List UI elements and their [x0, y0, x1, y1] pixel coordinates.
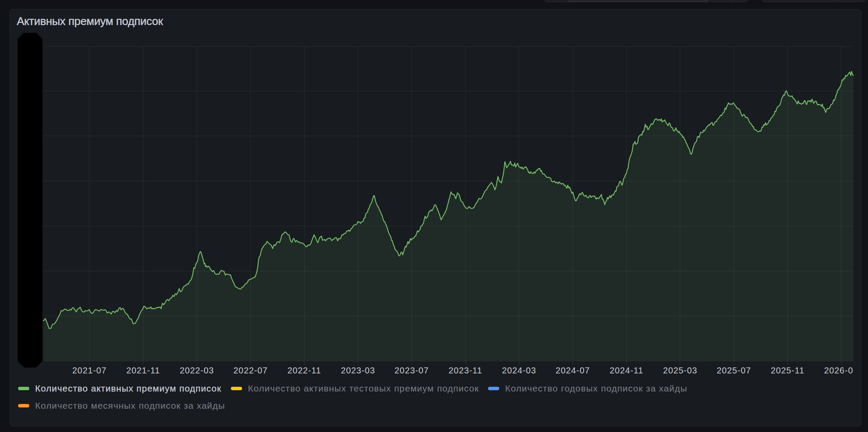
- svg-text:2025-03: 2025-03: [663, 366, 697, 375]
- svg-text:2022-03: 2022-03: [180, 366, 214, 375]
- svg-text:2024-03: 2024-03: [502, 366, 536, 375]
- svg-text:2021-11: 2021-11: [126, 366, 160, 375]
- svg-text:2021-07: 2021-07: [72, 366, 107, 375]
- svg-text:2025-11: 2025-11: [771, 366, 804, 375]
- svg-text:2022-07: 2022-07: [233, 366, 268, 375]
- svg-text:2022-11: 2022-11: [287, 366, 321, 375]
- svg-text:2024-07: 2024-07: [556, 366, 590, 375]
- svg-text:2024-11: 2024-11: [610, 366, 643, 375]
- svg-text:2023-03: 2023-03: [341, 366, 375, 375]
- svg-text:2023-07: 2023-07: [395, 366, 429, 375]
- svg-text:2026-03: 2026-03: [824, 366, 859, 375]
- svg-text:2023-11: 2023-11: [448, 366, 482, 375]
- svg-text:2025-07: 2025-07: [717, 366, 751, 375]
